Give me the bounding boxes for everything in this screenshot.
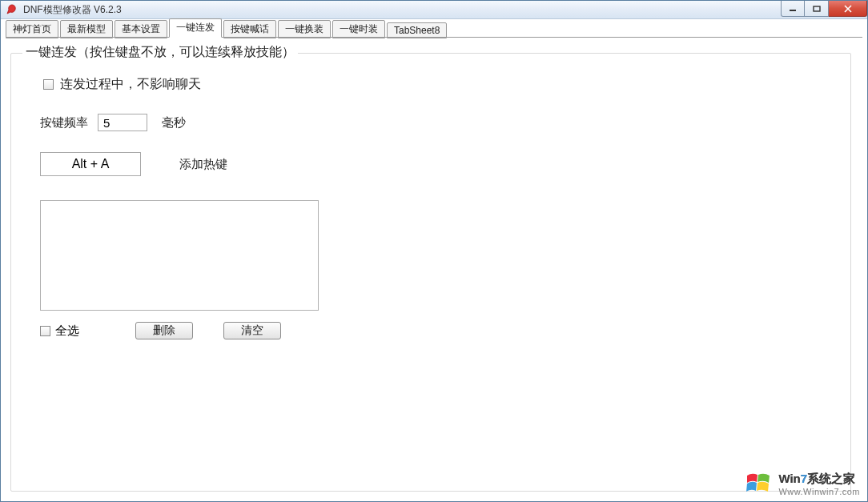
tab-label: 最新模型 <box>67 23 106 34</box>
tab-label: 按键喊话 <box>231 23 269 34</box>
minimize-button[interactable] <box>781 1 805 17</box>
select-all-checkbox[interactable] <box>40 326 50 336</box>
tabstrip: 神灯首页 最新模型 基本设置 一键连发 按键喊话 一键换装 一键时装 TabSh… <box>1 19 867 38</box>
tab-switch-fashion[interactable]: 一键时装 <box>332 20 385 38</box>
chat-unaffected-label: 连发过程中，不影响聊天 <box>60 76 201 93</box>
tab-key-shout[interactable]: 按键喊话 <box>223 20 276 38</box>
tab-label: 一键时装 <box>340 23 378 34</box>
titlebar[interactable]: DNF模型修改器 V6.2.3 <box>1 1 867 19</box>
tab-label: 神灯首页 <box>13 23 51 34</box>
frequency-unit: 毫秒 <box>162 115 186 131</box>
tab-rapid-fire[interactable]: 一键连发 <box>169 18 222 38</box>
window-controls <box>781 1 867 17</box>
tab-label: 一键连发 <box>176 22 215 33</box>
button-label: 删除 <box>153 323 175 338</box>
svg-rect-0 <box>790 10 796 11</box>
delete-button[interactable]: 删除 <box>135 322 193 339</box>
window-title: DNF模型修改器 V6.2.3 <box>23 3 122 17</box>
chat-unaffected-checkbox[interactable] <box>43 79 54 90</box>
clear-button[interactable]: 清空 <box>223 322 281 339</box>
group-title: 一键连发（按住键盘不放，可以连续释放技能） <box>22 44 298 61</box>
app-icon <box>6 3 18 16</box>
hotkey-listbox[interactable] <box>40 200 319 311</box>
frequency-input[interactable] <box>98 114 147 131</box>
tab-latest-models[interactable]: 最新模型 <box>60 20 113 38</box>
svg-rect-1 <box>814 6 820 11</box>
rapid-fire-group: 一键连发（按住键盘不放，可以连续释放技能） 连发过程中，不影响聊天 按键频率 毫… <box>10 53 851 492</box>
close-button[interactable] <box>829 1 867 17</box>
frequency-label: 按键频率 <box>40 115 88 131</box>
select-all-label: 全选 <box>55 323 79 339</box>
client-area: 一键连发（按住键盘不放，可以连续释放技能） 连发过程中，不影响聊天 按键频率 毫… <box>1 38 867 501</box>
tab-label: 一键换装 <box>285 23 323 34</box>
tab-label: 基本设置 <box>122 23 160 34</box>
app-window: DNF模型修改器 V6.2.3 神灯首页 最新模型 基本设置 一键连发 按键喊话… <box>0 0 868 502</box>
tab-sheet8[interactable]: TabSheet8 <box>387 22 447 38</box>
tab-basic-settings[interactable]: 基本设置 <box>115 20 167 38</box>
tab-home[interactable]: 神灯首页 <box>6 20 58 38</box>
hotkey-input[interactable] <box>40 152 141 176</box>
tab-switch-gear[interactable]: 一键换装 <box>278 20 331 38</box>
tab-label: TabSheet8 <box>394 25 440 36</box>
add-hotkey-label: 添加热键 <box>179 157 227 172</box>
button-label: 清空 <box>241 323 263 338</box>
maximize-button[interactable] <box>805 1 829 17</box>
